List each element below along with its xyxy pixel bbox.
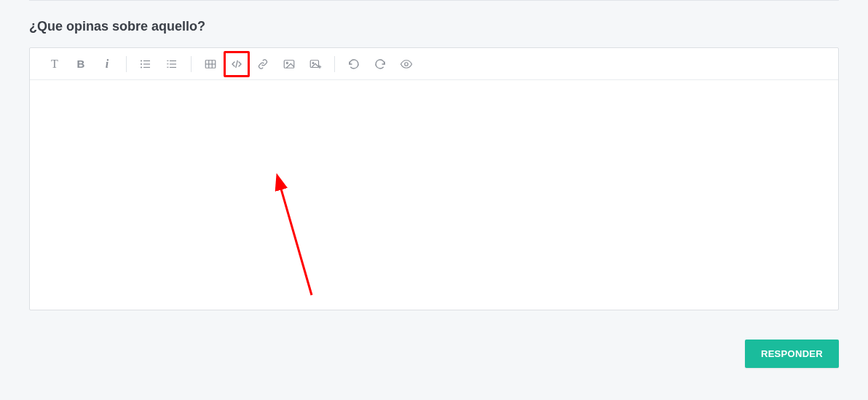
svg-rect-8 xyxy=(167,63,168,64)
ordered-list-icon xyxy=(165,58,178,71)
svg-line-16 xyxy=(236,60,237,67)
image-button[interactable] xyxy=(276,51,302,77)
svg-point-0 xyxy=(141,60,142,61)
separator xyxy=(334,56,335,72)
svg-rect-3 xyxy=(143,63,150,64)
bold-button[interactable]: B xyxy=(68,51,94,77)
link-button[interactable] xyxy=(250,51,276,77)
svg-rect-1 xyxy=(143,60,150,60)
svg-point-4 xyxy=(141,66,142,68)
svg-rect-5 xyxy=(143,66,150,67)
svg-point-20 xyxy=(312,62,314,63)
undo-button[interactable] xyxy=(341,51,367,77)
svg-rect-17 xyxy=(284,60,294,68)
svg-rect-7 xyxy=(170,60,176,60)
form-actions: RESPONDER xyxy=(29,340,839,375)
italic-icon: i xyxy=(106,58,108,71)
code-icon xyxy=(230,58,243,71)
separator xyxy=(126,56,127,72)
redo-button[interactable] xyxy=(367,51,393,77)
table-icon xyxy=(203,58,218,71)
image-upload-icon xyxy=(309,58,322,71)
svg-rect-11 xyxy=(170,66,176,67)
svg-point-23 xyxy=(405,62,409,66)
preview-button[interactable] xyxy=(393,51,419,77)
unordered-list-icon xyxy=(139,58,152,71)
image-icon xyxy=(283,58,296,71)
svg-line-25 xyxy=(279,181,312,295)
editor-toolbar: T B i xyxy=(30,48,838,80)
editor-textarea[interactable] xyxy=(30,80,838,310)
arrow-annotation xyxy=(268,179,326,305)
undo-icon xyxy=(347,58,360,71)
unordered-list-button[interactable] xyxy=(133,51,159,77)
table-button[interactable] xyxy=(197,51,224,77)
separator xyxy=(191,56,192,72)
svg-point-2 xyxy=(141,63,142,64)
question-title: ¿Que opinas sobre aquello? xyxy=(29,19,839,34)
text-icon: T xyxy=(51,58,58,71)
bold-icon: B xyxy=(77,58,85,70)
link-icon xyxy=(256,58,269,71)
submit-button[interactable]: RESPONDER xyxy=(745,340,839,368)
svg-point-18 xyxy=(286,62,288,63)
svg-rect-9 xyxy=(170,63,176,64)
eye-icon xyxy=(400,58,413,71)
image-upload-button[interactable] xyxy=(302,51,328,77)
svg-rect-10 xyxy=(167,66,168,67)
code-button[interactable] xyxy=(224,51,250,77)
text-style-button[interactable]: T xyxy=(42,51,68,77)
redo-icon xyxy=(374,58,387,71)
rich-text-editor: T B i xyxy=(29,47,839,310)
svg-rect-6 xyxy=(167,60,168,60)
ordered-list-button[interactable] xyxy=(159,51,185,77)
italic-button[interactable]: i xyxy=(94,51,120,77)
section-divider xyxy=(29,0,839,1)
